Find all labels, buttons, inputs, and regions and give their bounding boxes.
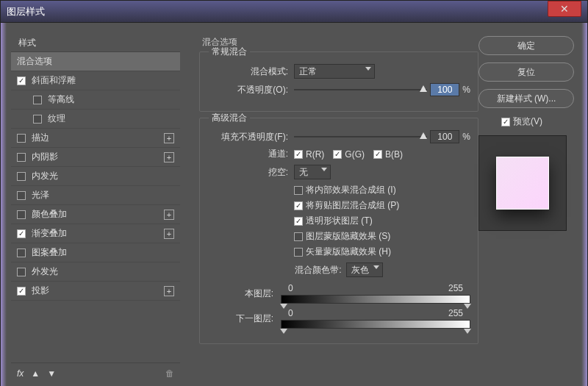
checkbox-icon: [294, 232, 303, 241]
band-select[interactable]: 灰色: [346, 262, 383, 277]
reset-button[interactable]: 复位: [478, 62, 574, 82]
sidebar-item-9[interactable]: 渐变叠加+: [11, 224, 180, 243]
sidebar-item-4[interactable]: 描边+: [11, 129, 180, 148]
sidebar-item-12[interactable]: 投影+: [11, 282, 180, 301]
plus-icon[interactable]: +: [164, 210, 174, 220]
sidebar-item-label: 混合选项: [17, 55, 52, 68]
fill-slider[interactable]: [294, 132, 427, 142]
sidebar-item-8[interactable]: 颜色叠加+: [11, 205, 180, 224]
main-panel: 混合选项 常规混合 混合模式: 正常 不透明度(O): 100 % 高级混合 填…: [199, 35, 478, 373]
preview-checkbox[interactable]: 预览(V): [501, 115, 542, 128]
knockout-select[interactable]: 无: [294, 165, 331, 179]
checkbox-icon[interactable]: [17, 134, 26, 143]
checkbox-icon[interactable]: [17, 153, 26, 162]
checkbox-icon: [294, 217, 303, 226]
sidebar-header: 样式: [11, 35, 180, 52]
window-title: 图层样式: [7, 5, 548, 18]
sidebar-item-2[interactable]: 等高线: [11, 90, 180, 110]
opacity-label: 不透明度(O):: [207, 84, 288, 96]
plus-icon[interactable]: +: [164, 229, 174, 239]
ok-button[interactable]: 确定: [478, 36, 574, 55]
fill-unit: %: [462, 132, 470, 142]
sidebar-item-label: 颜色叠加: [32, 208, 67, 221]
titlebar[interactable]: 图层样式 ✕: [1, 1, 587, 23]
sidebar-item-label: 内发光: [32, 170, 58, 182]
sidebar-item-label: 外发光: [32, 265, 58, 278]
chevron-down-icon: [373, 265, 379, 269]
this-layer-gradient[interactable]: 0255: [281, 283, 470, 304]
trash-icon[interactable]: 🗑: [165, 368, 174, 379]
sidebar-item-1[interactable]: 斜面和浮雕: [11, 71, 180, 90]
checkbox-icon[interactable]: [17, 191, 26, 200]
checkbox-icon[interactable]: [17, 210, 26, 219]
sidebar-item-label: 图案叠加: [32, 246, 67, 259]
blend-mode-select[interactable]: 正常: [294, 64, 375, 79]
adv-legend: 高级混合: [209, 112, 250, 124]
blend-if-section: 混合颜色带: 灰色 本图层: 0255 下一图层: 0255: [207, 262, 470, 329]
fill-label: 填充不透明度(F):: [207, 131, 288, 143]
sidebar-footer: fx ▲ ▼ 🗑: [11, 362, 180, 383]
adv-opt-0[interactable]: 将内部效果混合成组 (I): [294, 184, 470, 196]
checkbox-icon[interactable]: [17, 172, 26, 181]
chevron-down-icon: [365, 67, 371, 71]
checkbox-icon[interactable]: [17, 76, 26, 85]
sidebar-item-label: 投影: [32, 285, 49, 297]
channel-label: 通道:: [207, 148, 288, 160]
sidebar-item-label: 光泽: [32, 189, 49, 201]
this-layer-label: 本图层:: [207, 287, 273, 300]
layer-style-dialog: 图层样式 ✕ 样式 混合选项斜面和浮雕等高线纹理描边+内阴影+内发光光泽颜色叠加…: [0, 0, 588, 386]
normal-legend: 常规混合: [209, 46, 250, 58]
blend-mode-label: 混合模式:: [207, 65, 288, 78]
checkbox-icon: [294, 201, 303, 210]
adv-opt-1[interactable]: 将剪贴图层混合成组 (P): [294, 199, 470, 212]
fill-value[interactable]: 100: [430, 130, 459, 143]
plus-icon[interactable]: +: [164, 286, 174, 296]
dialog-body: 样式 混合选项斜面和浮雕等高线纹理描边+内阴影+内发光光泽颜色叠加+渐变叠加+图…: [1, 23, 587, 386]
right-panel: 确定 复位 新建样式 (W)... 预览(V): [478, 36, 574, 231]
sidebar-item-5[interactable]: 内阴影+: [11, 148, 180, 167]
sidebar-item-3[interactable]: 纹理: [11, 110, 180, 129]
chevron-down-icon: [321, 168, 327, 171]
opacity-unit: %: [462, 85, 470, 95]
normal-blend-group: 常规混合 混合模式: 正常 不透明度(O): 100 %: [199, 51, 478, 112]
close-button[interactable]: ✕: [548, 1, 581, 17]
channel-g[interactable]: G(G): [333, 149, 365, 160]
checkbox-icon[interactable]: [17, 287, 26, 296]
band-label: 混合颜色带:: [295, 264, 341, 276]
plus-icon[interactable]: +: [164, 133, 174, 143]
checkbox-icon[interactable]: [17, 249, 26, 257]
checkbox-icon[interactable]: [33, 96, 42, 104]
channel-r[interactable]: R(R): [294, 149, 324, 160]
sidebar-item-label: 内阴影: [32, 151, 58, 163]
plus-icon[interactable]: +: [164, 152, 174, 162]
sidebar-item-label: 描边: [32, 132, 49, 144]
advanced-blend-group: 高级混合 填充不透明度(F): 100 % 通道: R(R) G(G) B(B)…: [199, 118, 478, 344]
new-style-button[interactable]: 新建样式 (W)...: [478, 89, 574, 108]
sidebar-item-10[interactable]: 图案叠加: [11, 243, 180, 262]
opacity-value[interactable]: 100: [430, 83, 459, 96]
sidebar-item-11[interactable]: 外发光: [11, 262, 180, 282]
sidebar-item-6[interactable]: 内发光: [11, 167, 180, 186]
down-icon[interactable]: ▼: [47, 368, 56, 379]
sidebar-item-7[interactable]: 光泽: [11, 186, 180, 205]
next-layer-label: 下一图层:: [207, 312, 273, 325]
fx-icon[interactable]: fx: [17, 368, 24, 379]
opacity-slider[interactable]: [294, 85, 427, 95]
adv-opt-3[interactable]: 图层蒙版隐藏效果 (S): [294, 230, 470, 243]
preview-swatch: [496, 157, 549, 210]
checkbox-icon: [294, 248, 303, 257]
sidebar-item-label: 斜面和浮雕: [32, 74, 76, 87]
style-sidebar: 样式 混合选项斜面和浮雕等高线纹理描边+内阴影+内发光光泽颜色叠加+渐变叠加+图…: [11, 35, 180, 383]
checkbox-icon[interactable]: [17, 268, 26, 276]
close-icon: ✕: [560, 4, 569, 14]
next-layer-gradient[interactable]: 0255: [281, 308, 470, 329]
checkbox-icon[interactable]: [33, 115, 42, 124]
channel-b[interactable]: B(B): [373, 149, 403, 160]
adv-opt-2[interactable]: 透明形状图层 (T): [294, 215, 470, 227]
checkbox-icon[interactable]: [17, 229, 26, 238]
up-icon[interactable]: ▲: [31, 368, 40, 379]
adv-opt-4[interactable]: 矢量蒙版隐藏效果 (H): [294, 246, 470, 258]
sidebar-item-label: 渐变叠加: [32, 227, 67, 240]
sidebar-item-0[interactable]: 混合选项: [11, 52, 180, 71]
sidebar-item-label: 等高线: [48, 93, 74, 106]
